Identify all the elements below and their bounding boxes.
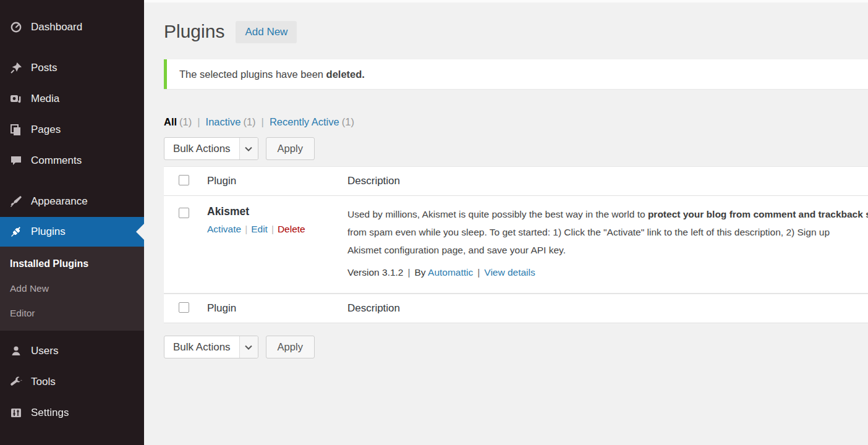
apply-button[interactable]: Apply	[266, 137, 315, 160]
filter-label: All	[164, 116, 177, 127]
sidebar-item-settings[interactable]: Settings	[0, 397, 144, 428]
sidebar-item-media[interactable]: Media	[0, 83, 144, 114]
add-new-button[interactable]: Add New	[236, 21, 297, 43]
sidebar-item-posts[interactable]: Posts	[0, 53, 144, 83]
plugins-submenu: Installed Plugins Add New Editor	[0, 247, 144, 331]
table-header-row: Plugin Description	[164, 166, 868, 196]
description-text-bold: protect your blog from comment and track…	[648, 209, 868, 219]
submenu-item-label: Installed Plugins	[10, 258, 88, 269]
sidebar-item-label: Posts	[31, 62, 57, 74]
sidebar-item-label: Tools	[31, 376, 56, 388]
plugin-name: Akismet	[207, 205, 347, 218]
filter-count: (1)	[179, 116, 192, 128]
main-content: Plugins Add New The selected plugins hav…	[144, 0, 868, 358]
sidebar-item-label: Dashboard	[31, 21, 82, 33]
chevron-down-icon	[239, 336, 258, 358]
sidebar-item-comments[interactable]: Comments	[0, 145, 144, 176]
view-details-link[interactable]: View details	[484, 267, 535, 278]
success-notice: The selected plugins have been deleted.	[164, 59, 868, 89]
description-text: Used by millions, Akismet is quite possi…	[347, 209, 648, 219]
page-title: Plugins	[164, 20, 224, 43]
column-footer-description: Description	[347, 302, 400, 314]
author-link[interactable]: Automattic	[428, 267, 473, 278]
users-icon	[9, 344, 23, 358]
plugin-status-filters: All(1) | Inactive(1) | Recently Active(1…	[164, 116, 868, 128]
bulk-actions-select[interactable]: Bulk Actions	[164, 137, 258, 160]
bulk-actions-selected-value: Bulk Actions	[164, 341, 239, 354]
filter-separator: |	[262, 116, 264, 128]
filter-inactive-link[interactable]: Inactive	[206, 116, 241, 128]
settings-icon	[9, 406, 23, 420]
filter-separator: |	[197, 116, 200, 128]
sidebar-item-label: Users	[31, 345, 58, 357]
sidebar-item-users[interactable]: Users	[0, 336, 144, 367]
action-separator: |	[271, 224, 274, 234]
delete-link[interactable]: Delete	[278, 224, 305, 234]
select-all-checkbox-bottom[interactable]	[179, 302, 189, 313]
filter-all-link[interactable]: All	[164, 116, 177, 128]
sidebar-item-label: Pages	[31, 124, 61, 136]
plugin-description-line: from spam even while you sleep. To get s…	[347, 223, 868, 241]
meta-separator: |	[477, 267, 480, 278]
filter-count: (1)	[342, 116, 354, 128]
table-footer-row: Plugin Description	[164, 294, 868, 323]
bulk-actions-top: Bulk Actions Apply	[164, 137, 868, 160]
row-checkbox[interactable]	[179, 208, 189, 218]
sidebar-item-pages[interactable]: Pages	[0, 114, 144, 145]
sidebar-item-label: Comments	[31, 155, 82, 167]
notice-text-bold: deleted.	[326, 69, 365, 80]
sidebar-item-label: Settings	[31, 407, 69, 419]
plugins-table: Plugin Description Akismet Activate|Edit…	[164, 166, 868, 323]
sidebar-item-appearance[interactable]: Appearance	[0, 186, 144, 217]
plugin-description-line: Akismet configuration page, and save you…	[347, 241, 868, 259]
appearance-icon	[9, 195, 23, 208]
sidebar-item-label: Appearance	[31, 195, 88, 208]
plugin-icon	[9, 225, 23, 239]
column-footer-plugin: Plugin	[207, 302, 236, 314]
plugin-meta-line: Version 3.1.2|By Automattic|View details	[347, 267, 868, 278]
table-row-akismet: Akismet Activate|Edit|Delete Used by mil…	[164, 196, 868, 294]
activate-link[interactable]: Activate	[207, 224, 241, 234]
filter-recently-active-link[interactable]: Recently Active	[270, 116, 339, 128]
by-label: By	[415, 267, 426, 278]
bulk-actions-bottom: Bulk Actions Apply	[164, 336, 868, 358]
sidebar-item-tools[interactable]: Tools	[0, 367, 144, 397]
bulk-actions-selected-value: Bulk Actions	[164, 143, 239, 155]
sidebar-item-dashboard[interactable]: Dashboard	[0, 12, 144, 43]
submenu-editor[interactable]: Editor	[0, 301, 144, 326]
filter-count: (1)	[243, 116, 255, 128]
admin-sidebar: Dashboard Posts Media Pages Comments App…	[0, 0, 144, 445]
select-all-checkbox[interactable]	[179, 175, 189, 185]
collapse-menu-button[interactable]: Collapse menu	[0, 436, 144, 445]
sidebar-item-plugins[interactable]: Plugins	[0, 217, 144, 247]
notice-text: The selected plugins have been	[179, 69, 326, 80]
column-header-plugin: Plugin	[207, 175, 236, 187]
plugin-description-line: Used by millions, Akismet is quite possi…	[347, 205, 868, 223]
comment-icon	[9, 154, 23, 167]
edit-link[interactable]: Edit	[251, 224, 268, 234]
version-label: Version 3.1.2	[347, 267, 403, 278]
submenu-add-new[interactable]: Add New	[0, 276, 144, 301]
bulk-actions-select-bottom[interactable]: Bulk Actions	[164, 336, 258, 358]
submenu-item-label: Add New	[10, 283, 49, 294]
submenu-item-label: Editor	[10, 308, 35, 319]
meta-separator: |	[407, 267, 410, 278]
filter-label: Inactive	[206, 116, 241, 127]
pages-icon	[9, 123, 23, 137]
filter-label: Recently Active	[270, 116, 339, 127]
column-header-description: Description	[347, 175, 400, 187]
sidebar-item-label: Plugins	[31, 226, 66, 238]
sidebar-item-label: Media	[31, 93, 59, 105]
submenu-installed-plugins[interactable]: Installed Plugins	[0, 252, 144, 276]
action-separator: |	[245, 224, 247, 234]
apply-button-bottom[interactable]: Apply	[266, 336, 315, 358]
media-icon	[9, 92, 23, 106]
chevron-down-icon	[239, 138, 258, 159]
pin-icon	[9, 61, 23, 75]
row-actions: Activate|Edit|Delete	[207, 224, 347, 235]
tools-icon	[9, 375, 23, 389]
dashboard-icon	[9, 20, 23, 34]
